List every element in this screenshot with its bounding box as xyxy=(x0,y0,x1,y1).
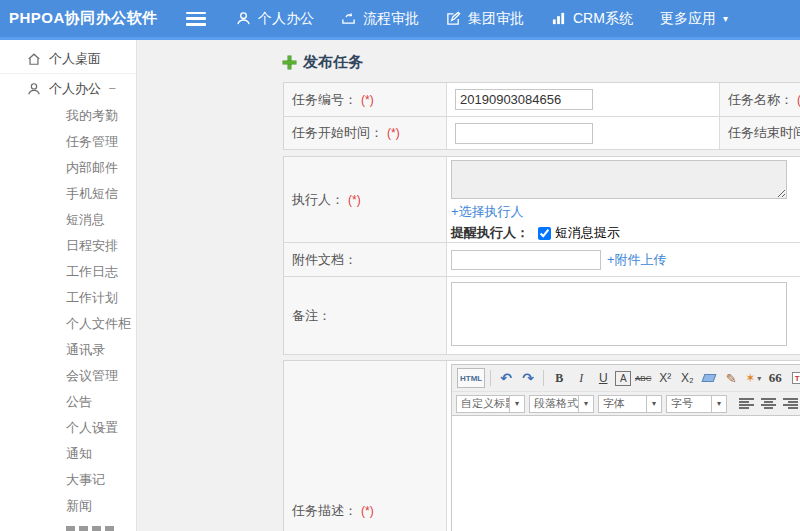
start-time-input[interactable] xyxy=(455,123,593,144)
paste-icon: T xyxy=(792,372,800,384)
sidebar: 个人桌面 个人办公 − 我的考勤 任务管理 内部邮件 手机短信 xyxy=(0,40,137,531)
executor-textarea[interactable] xyxy=(451,160,787,199)
choose-executor-link[interactable]: +选择执行人 xyxy=(451,203,524,221)
nav-group-approval[interactable]: 集团审批 xyxy=(446,10,524,28)
sidebar-item[interactable]: 通知 xyxy=(0,441,136,467)
sidebar-item[interactable]: 公告 xyxy=(0,389,136,415)
page-title: 发布任务 xyxy=(283,53,800,72)
paste-word-button[interactable]: T xyxy=(787,368,800,388)
sidebar-item[interactable]: 我的考勤 xyxy=(0,103,136,129)
attachment-input[interactable] xyxy=(451,250,601,270)
subscript-button[interactable]: X₂ xyxy=(677,368,697,388)
bar-chart-icon xyxy=(551,11,566,26)
eraser-icon xyxy=(702,374,717,382)
sidebar-item-personal-office[interactable]: 个人办公 − xyxy=(0,74,136,103)
row-description: 任务描述：(*) HTML ↶ ↷ B I U A xyxy=(284,361,800,531)
form-table-detail: 执行人：(*) +选择执行人 提醒执行人： 短消息提示 附件文档： xyxy=(283,156,800,355)
row-remark: 备注： xyxy=(284,277,800,355)
undo-button[interactable]: ↶ xyxy=(496,368,516,388)
remark-textarea[interactable] xyxy=(451,282,787,346)
main-content: 发布任务 任务编号：(*) 任务名称：(*) 任务开始时间：(*) xyxy=(137,40,800,531)
user-icon xyxy=(27,82,41,96)
sidebar-item-partial[interactable] xyxy=(0,519,136,531)
menu-toggle-icon[interactable] xyxy=(186,12,206,26)
end-time-label: 任务结束时间：(*) xyxy=(720,117,800,149)
nav-workflow-approval[interactable]: 流程审批 xyxy=(341,10,419,28)
superscript-button[interactable]: X² xyxy=(655,368,675,388)
task-name-label: 任务名称：(*) xyxy=(720,83,800,116)
sms-remind-option: 短消息提示 xyxy=(555,224,620,242)
bold-button[interactable]: B xyxy=(549,368,569,388)
sidebar-item[interactable]: 手机短信 xyxy=(0,181,136,207)
chevron-down-icon: ▾ xyxy=(711,396,726,412)
align-center-icon[interactable] xyxy=(761,398,776,410)
row-attachment: 附件文档： +附件上传 xyxy=(284,243,800,277)
sidebar-item[interactable]: 工作计划 xyxy=(0,285,136,311)
form-table-basic: 任务编号：(*) 任务名称：(*) 任务开始时间：(*) 任务结束时间 xyxy=(283,82,800,150)
attachment-label: 附件文档： xyxy=(284,243,447,276)
chevron-down-icon: ▾ xyxy=(723,13,728,24)
task-number-label: 任务编号：(*) xyxy=(284,83,447,116)
sidebar-item[interactable]: 会议管理 xyxy=(0,363,136,389)
sidebar-item[interactable]: 日程安排 xyxy=(0,233,136,259)
sidebar-item[interactable]: 内部邮件 xyxy=(0,155,136,181)
attachment-upload-link[interactable]: +附件上传 xyxy=(607,251,667,269)
underline-button[interactable]: U xyxy=(593,368,613,388)
executor-label: 执行人：(*) xyxy=(284,157,447,242)
start-time-label: 任务开始时间：(*) xyxy=(284,117,447,149)
row-task-time: 任务开始时间：(*) 任务结束时间：(*) xyxy=(284,117,800,150)
editor-select[interactable]: 字号 ▾ xyxy=(666,395,727,413)
remark-label: 备注： xyxy=(284,277,447,354)
redo-button[interactable]: ↷ xyxy=(518,368,538,388)
remind-executor-label: 提醒执行人： xyxy=(451,224,529,242)
blockquote-button[interactable]: 66 xyxy=(765,368,785,388)
collapse-icon[interactable]: − xyxy=(108,81,116,96)
process-icon xyxy=(341,11,356,26)
expand-icon: + xyxy=(98,421,106,436)
task-number-input[interactable] xyxy=(455,89,593,110)
format-brush-button[interactable]: ✎ xyxy=(721,368,741,388)
chevron-down-icon: ▾ xyxy=(578,396,593,412)
editor-select[interactable]: 段落格式 ▾ xyxy=(529,395,594,413)
sms-remind-checkbox[interactable] xyxy=(538,227,551,240)
row-task-number: 任务编号：(*) 任务名称：(*) xyxy=(284,83,800,117)
form-table-description: 任务描述：(*) HTML ↶ ↷ B I U A xyxy=(283,360,800,531)
editor-toolbar-row2: 自定义标题 ▾ 段落格式 ▾ xyxy=(452,392,800,416)
italic-button[interactable]: I xyxy=(571,368,591,388)
font-highlight-button[interactable]: A xyxy=(615,371,631,386)
user-icon xyxy=(236,11,251,26)
home-icon xyxy=(27,52,41,66)
sidebar-item[interactable]: 新闻 xyxy=(0,493,136,519)
edit-icon xyxy=(446,11,461,26)
editor-select[interactable]: 字体 ▾ xyxy=(598,395,662,413)
source-code-button[interactable]: HTML xyxy=(457,368,485,388)
sidebar-item[interactable]: 任务管理 xyxy=(0,129,136,155)
sidebar-item[interactable]: 短消息 xyxy=(0,207,136,233)
chevron-down-icon: ▾ xyxy=(509,396,524,412)
sidebar-submenu: 我的考勤 任务管理 内部邮件 手机短信 短消息 xyxy=(0,103,136,519)
nav-personal-office[interactable]: 个人办公 xyxy=(236,10,314,28)
nav-crm-system[interactable]: CRM系统 xyxy=(551,10,633,28)
nav-more-apps[interactable]: 更多应用 ▾ xyxy=(660,10,728,28)
align-right-icon[interactable] xyxy=(783,398,798,410)
sidebar-item[interactable]: 大事记 xyxy=(0,467,136,493)
align-left-icon[interactable] xyxy=(739,398,754,410)
editor-content-area[interactable] xyxy=(452,416,800,531)
description-label: 任务描述：(*) xyxy=(284,361,447,531)
sidebar-item[interactable]: 通讯录 xyxy=(0,337,136,363)
rich-text-editor: HTML ↶ ↷ B I U A ABC X² X₂ xyxy=(451,364,800,531)
chevron-down-icon: ▾ xyxy=(646,396,661,412)
app-brand: PHPOA协同办公软件 xyxy=(0,9,186,28)
sidebar-item-desktop[interactable]: 个人桌面 xyxy=(0,45,136,74)
top-header: PHPOA协同办公软件 个人办公 流程审批 集团审批 CRM系统 xyxy=(0,0,800,40)
strikethrough-button[interactable]: ABC xyxy=(633,368,653,388)
row-executor: 执行人：(*) +选择执行人 提醒执行人： 短消息提示 xyxy=(284,157,800,243)
remove-format-button[interactable] xyxy=(699,368,719,388)
top-nav: 个人办公 流程审批 集团审批 CRM系统 更多应用 ▾ xyxy=(236,10,755,28)
sidebar-item[interactable]: 工作日志 xyxy=(0,259,136,285)
quick-format-button[interactable]: ✶▾ xyxy=(743,368,763,388)
editor-select[interactable]: 自定义标题 ▾ xyxy=(456,395,525,413)
editor-toolbar-row1: HTML ↶ ↷ B I U A ABC X² X₂ xyxy=(452,365,800,392)
sidebar-item[interactable]: 个人文件柜 xyxy=(0,311,136,337)
sidebar-item[interactable]: 个人设置 + xyxy=(0,415,136,441)
